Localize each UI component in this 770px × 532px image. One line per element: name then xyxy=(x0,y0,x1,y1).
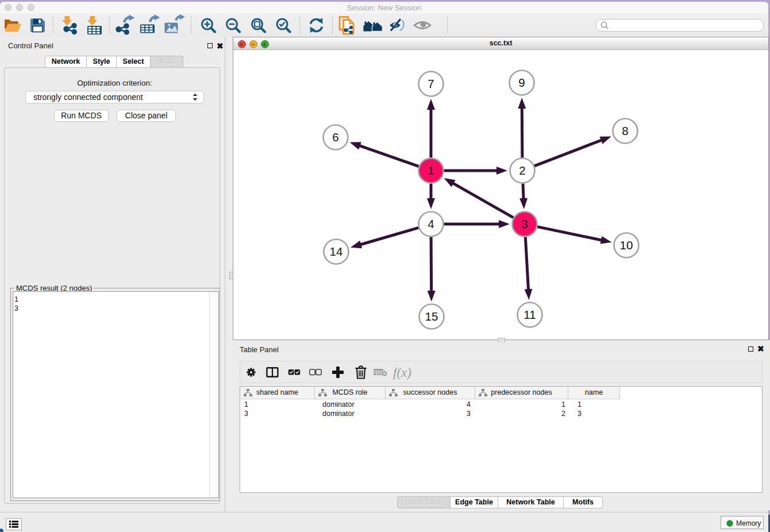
svg-text:6: 6 xyxy=(332,130,338,144)
svg-text:14: 14 xyxy=(330,245,343,258)
svg-text:10: 10 xyxy=(620,238,633,252)
svg-text:8: 8 xyxy=(622,124,628,137)
svg-text:9: 9 xyxy=(518,76,525,89)
svg-text:f(x): f(x) xyxy=(393,365,411,380)
svg-text:15: 15 xyxy=(425,310,438,323)
svg-text:1: 1 xyxy=(428,164,434,177)
svg-text:4: 4 xyxy=(428,217,434,230)
svg-text:2: 2 xyxy=(519,164,525,177)
svg-text:11: 11 xyxy=(523,308,536,321)
svg-text:3: 3 xyxy=(521,217,528,230)
svg-text:7: 7 xyxy=(428,77,434,90)
